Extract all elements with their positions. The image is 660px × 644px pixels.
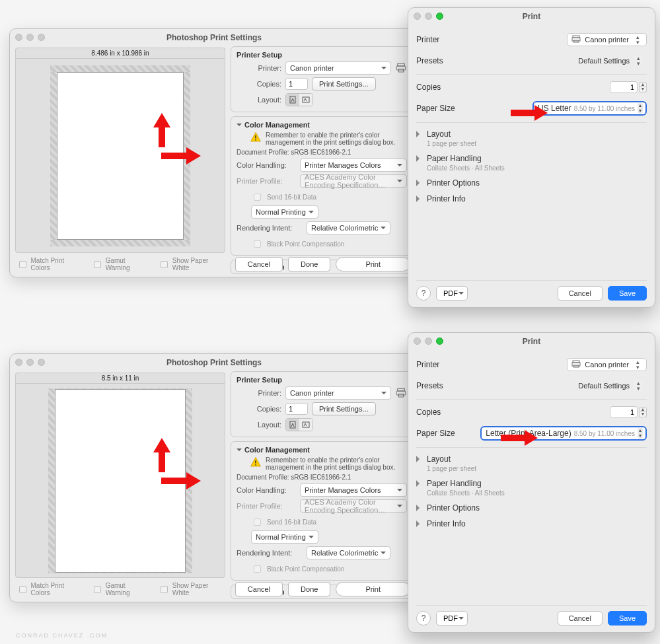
paper-size-select-a[interactable]: US Letter 8.50 by 11.00 inches ▴▾ [532,101,647,116]
pd-presets-select[interactable]: Default Settings▴▾ [574,379,647,392]
print-icon[interactable] [395,62,407,74]
print-settings-button[interactable]: Print Settings... [312,77,376,90]
photoshop-print-settings-window-a: Photoshop Print Settings 8.486 in x 10.9… [9,28,419,277]
color-management-panel: Color Management Remember to enable the … [231,441,413,581]
layout-orientation-toggle[interactable] [285,418,313,431]
svg-rect-5 [255,135,256,139]
printer-select[interactable]: Canon printer [285,386,391,400]
pd-paper-handling-sub: Collate Sheets · All Sheets [427,489,647,497]
minimize-dot[interactable] [26,34,34,41]
gamut-warning-check[interactable]: Gamut Warning [91,582,149,596]
pd-titlebar: Print [408,333,655,350]
copies-input[interactable] [285,78,308,90]
color-management-disclosure[interactable]: Color Management [237,121,407,129]
svg-rect-7 [398,388,405,391]
printer-setup-panel: Printer Setup Printer: Canon printer Cop… [231,371,413,437]
portrait-button[interactable] [286,94,299,106]
close-dot[interactable] [414,13,421,20]
pd-layout-disclosure[interactable]: Layout [416,454,647,464]
show-paper-white-check[interactable]: Show Paper White [158,582,224,596]
ps-window-title: Photoshop Print Settings [166,33,262,42]
ps-done-button[interactable]: Done [288,257,330,271]
match-print-colors-check[interactable]: Match Print Colors [17,582,82,596]
copies-input[interactable] [285,403,308,415]
zoom-dot[interactable] [436,13,443,20]
pd-help-button[interactable]: ? [416,286,431,301]
pd-paper-handling-disclosure[interactable]: Paper Handling [416,154,647,163]
print-icon[interactable] [395,387,407,399]
window-controls[interactable] [15,34,45,41]
watermark-text: CONRAD CHAVEZ .COM [16,632,108,639]
gamut-warning-check[interactable]: Gamut Warning [91,257,149,271]
zoom-dot[interactable] [38,359,45,366]
color-handling-select[interactable]: Printer Manages Colors [300,159,407,172]
pd-pdf-menu[interactable]: PDF [436,611,468,626]
ps-done-button[interactable]: Done [288,582,330,596]
printer-select[interactable]: Canon printer [285,61,391,75]
pd-printer-select[interactable]: Canon printer▴▾ [567,33,647,46]
pd-printer-options-disclosure[interactable]: Printer Options [416,503,647,513]
system-print-dialog-b: Print Printer Canon printer▴▾ Presets De… [408,332,655,633]
pd-save-button[interactable]: Save [608,611,647,626]
pd-window-title: Print [523,12,540,21]
close-dot[interactable] [15,34,22,41]
print-settings-button[interactable]: Print Settings... [312,402,376,415]
minimize-dot[interactable] [425,338,432,345]
pd-presets-select[interactable]: Default Settings▴▾ [574,54,647,67]
minimize-dot[interactable] [425,13,432,20]
arrow-right-annotation [501,429,538,447]
window-controls[interactable] [15,359,45,366]
minimize-dot[interactable] [26,359,34,366]
ps-cancel-button[interactable]: Cancel [235,582,283,596]
zoom-dot[interactable] [436,338,443,345]
pd-help-button[interactable]: ? [416,611,431,626]
window-controls[interactable] [414,338,443,345]
pd-copies-input[interactable] [610,406,638,418]
rendering-intent-select[interactable]: Relative Colorimetric [307,546,390,559]
normal-printing-select[interactable]: Normal Printing [251,530,318,544]
pd-printer-info-disclosure[interactable]: Printer Info [416,519,647,528]
close-dot[interactable] [15,359,22,366]
ps-titlebar: Photoshop Print Settings [10,29,418,46]
portrait-button[interactable] [286,419,299,431]
pd-paper-handling-disclosure[interactable]: Paper Handling [416,479,647,488]
svg-rect-8 [396,391,406,395]
warning-icon [250,131,262,143]
ps-window-title: Photoshop Print Settings [166,358,262,367]
landscape-button[interactable] [299,94,312,106]
pd-copies-input[interactable] [610,81,638,93]
color-management-disclosure[interactable]: Color Management [237,446,407,454]
preview-checks-row: Match Print Colors Gamut Warning Show Pa… [15,253,225,271]
match-print-colors-check[interactable]: Match Print Colors [17,257,82,271]
arrow-up-annotation [152,113,172,147]
ps-print-button[interactable]: Print [336,582,410,596]
ps-cancel-button[interactable]: Cancel [235,257,283,271]
pd-layout-disclosure[interactable]: Layout [416,129,647,139]
window-controls[interactable] [414,13,443,20]
ps-print-button[interactable]: Print [336,257,410,271]
zoom-dot[interactable] [38,34,45,41]
page-dimensions-a: 8.486 in x 10.986 in [15,48,225,58]
color-handling-select[interactable]: Printer Manages Colors [300,483,407,497]
pd-pdf-menu[interactable]: PDF [436,286,468,301]
color-mgmt-warning-text: Remember to enable the printer's color m… [266,456,407,471]
color-mgmt-warning-text: Remember to enable the printer's color m… [266,131,407,146]
pd-cancel-button[interactable]: Cancel [558,611,603,626]
svg-rect-3 [290,96,295,103]
close-dot[interactable] [414,338,421,345]
landscape-button[interactable] [299,419,312,431]
pd-layout-sub: 1 page per sheet [427,465,647,472]
show-paper-white-check[interactable]: Show Paper White [158,257,224,271]
pd-printer-options-disclosure[interactable]: Printer Options [416,178,647,188]
pd-printer-select[interactable]: Canon printer▴▾ [567,358,647,371]
copies-stepper[interactable]: ▲▼ [639,82,647,92]
pd-printer-info-disclosure[interactable]: Printer Info [416,194,647,203]
page-dimensions-b: 8.5 in x 11 in [15,373,225,383]
normal-printing-select[interactable]: Normal Printing [251,205,318,219]
pd-cancel-button[interactable]: Cancel [558,286,603,301]
copies-stepper[interactable]: ▲▼ [639,407,647,417]
rendering-intent-select[interactable]: Relative Colorimetric [307,221,390,234]
layout-orientation-toggle[interactable] [285,93,313,106]
pd-save-button[interactable]: Save [608,286,647,301]
send-16bit-check: Send 16-bit Data [251,192,407,203]
